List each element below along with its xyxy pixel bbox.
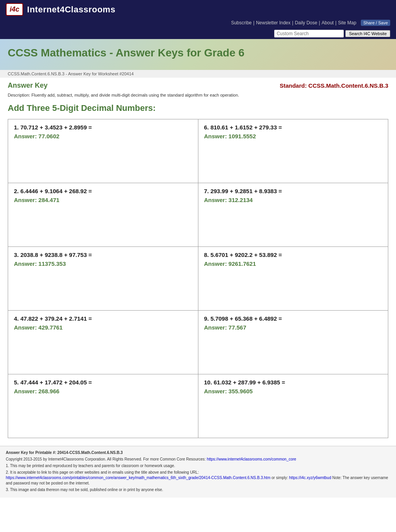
footer-copyright: Copyright 2013-2015 by Internet4Classroo…	[6, 457, 390, 462]
problem-question-9: 9. 5.7098 + 65.368 + 6.4892 =	[204, 315, 382, 322]
footer-note2-url[interactable]: https://www.internet4classrooms.com/prin…	[6, 476, 270, 480]
problem-answer-2: Answer: 284.471	[14, 197, 192, 203]
banner: CCSS Mathematics - Answer Keys for Grade…	[0, 39, 396, 70]
problem-question-4: 4. 47.822 + 379.24 + 2.7141 =	[14, 315, 192, 322]
problem-question-2: 2. 6.4446 + 9.1064 + 268.92 =	[14, 188, 192, 194]
breadcrumb: CCSS.Math.Content.6.NS.B.3 - Answer Key …	[0, 70, 396, 78]
problem-cell-10: 10. 61.032 + 287.99 + 6.9385 =Answer: 35…	[198, 374, 388, 438]
logo-i4c-text: i4c	[10, 5, 19, 14]
nav-site-map[interactable]: Site Map	[338, 20, 356, 25]
footer-note2: 2. It is acceptable to link to this page…	[6, 470, 390, 486]
nav-newsletter-index[interactable]: Newsletter Index	[256, 20, 290, 25]
problem-answer-3: Answer: 11375.353	[14, 260, 192, 267]
nav-daily-dose[interactable]: Daily Dose	[295, 20, 317, 25]
problem-answer-1: Answer: 77.0602	[14, 133, 192, 139]
problem-question-1: 1. 70.712 + 3.4523 + 2.8959 =	[14, 124, 192, 131]
search-button[interactable]: Search I4C Website	[345, 30, 390, 37]
problem-cell-6: 6. 810.61 + 1.6152 + 279.33 =Answer: 109…	[198, 119, 388, 183]
site-name: Internet4Classrooms	[27, 5, 115, 15]
worksheet-title: Add Three 5-Digit Decimal Numbers:	[8, 103, 388, 113]
search-input[interactable]	[274, 30, 344, 37]
footer-common-core-link[interactable]: https://www.internet4classrooms.com/comm…	[207, 457, 296, 461]
footer-note2-short-url[interactable]: https://i4c.xyz/y6wmtbud	[289, 476, 331, 480]
problem-question-6: 6. 810.61 + 1.6152 + 279.33 =	[204, 124, 382, 131]
problem-answer-9: Answer: 77.567	[204, 324, 382, 331]
answer-key-header: Answer Key Standard: CCSS.Math.Content.6…	[8, 82, 388, 90]
share-save-button[interactable]: Share / Save	[361, 20, 390, 26]
breadcrumb-text: CCSS.Math.Content.6.NS.B.3 - Answer Key …	[8, 71, 134, 76]
problem-question-3: 3. 2038.8 + 9238.8 + 97.753 =	[14, 252, 192, 258]
problem-answer-6: Answer: 1091.5552	[204, 133, 382, 139]
header: i4c Internet4Classrooms	[0, 0, 396, 19]
problem-question-7: 7. 293.99 + 9.2851 + 8.9383 =	[204, 188, 382, 194]
footer-printable-ref: Answer Key for Printable #: 20414-CCSS.M…	[6, 450, 123, 455]
footer-note3: 3. This image and data thereon may not b…	[6, 487, 390, 493]
page-title: CCSS Mathematics - Answer Keys for Grade…	[8, 47, 388, 59]
problem-cell-1: 1. 70.712 + 3.4523 + 2.8959 =Answer: 77.…	[8, 119, 198, 183]
problem-question-8: 8. 5.6701 + 9202.2 + 53.892 =	[204, 252, 382, 258]
problem-cell-9: 9. 5.7098 + 65.368 + 6.4892 =Answer: 77.…	[198, 311, 388, 374]
nav-bar: Subscribe | Newsletter Index | Daily Dos…	[0, 19, 396, 28]
standard-label: Standard: CCSS.Math.Content.6.NS.B.3	[280, 82, 388, 89]
problem-answer-5: Answer: 268.966	[14, 388, 192, 394]
problem-cell-2: 2. 6.4446 + 9.1064 + 268.92 =Answer: 284…	[8, 183, 198, 247]
footer: Answer Key for Printable #: 20414-CCSS.M…	[0, 446, 396, 498]
problem-cell-5: 5. 47.444 + 17.472 + 204.05 =Answer: 268…	[8, 374, 198, 438]
search-area: Search I4C Website	[0, 28, 396, 39]
logo-box[interactable]: i4c	[6, 3, 23, 16]
nav-subscribe[interactable]: Subscribe	[231, 20, 251, 25]
footer-note1: 1. This may be printed and reproduced by…	[6, 463, 390, 469]
nav-about[interactable]: About	[322, 20, 334, 25]
problem-answer-10: Answer: 355.9605	[204, 388, 382, 394]
content: Answer Key Standard: CCSS.Math.Content.6…	[0, 78, 396, 446]
description: Description: Fluently add, subtract, mul…	[8, 93, 388, 97]
problem-question-10: 10. 61.032 + 287.99 + 6.9385 =	[204, 379, 382, 386]
problem-answer-7: Answer: 312.2134	[204, 197, 382, 203]
problem-answer-4: Answer: 429.7761	[14, 324, 192, 331]
problem-cell-8: 8. 5.6701 + 9202.2 + 53.892 =Answer: 926…	[198, 247, 388, 311]
problem-cell-3: 3. 2038.8 + 9238.8 + 97.753 =Answer: 113…	[8, 247, 198, 311]
problem-question-5: 5. 47.444 + 17.472 + 204.05 =	[14, 379, 192, 386]
problem-cell-4: 4. 47.822 + 379.24 + 2.7141 =Answer: 429…	[8, 311, 198, 374]
problem-cell-7: 7. 293.99 + 9.2851 + 8.9383 =Answer: 312…	[198, 183, 388, 247]
problem-answer-8: Answer: 9261.7621	[204, 260, 382, 267]
problem-grid: 1. 70.712 + 3.4523 + 2.8959 =Answer: 77.…	[8, 119, 388, 438]
answer-key-label: Answer Key	[8, 82, 48, 90]
